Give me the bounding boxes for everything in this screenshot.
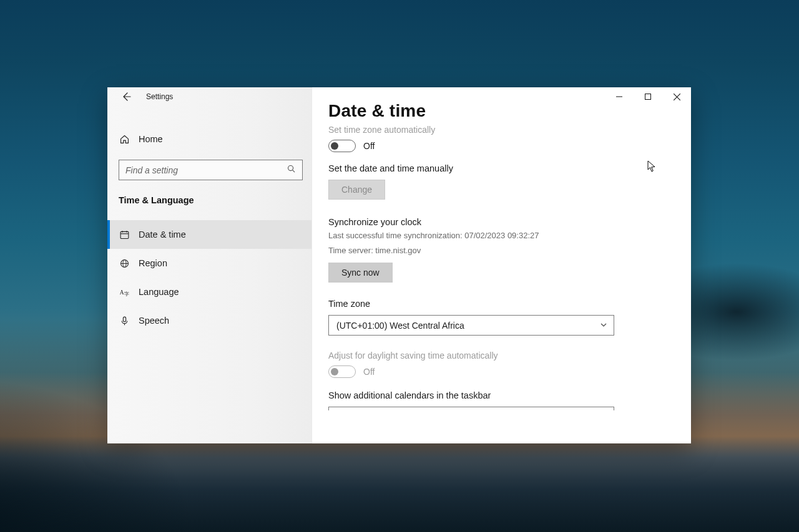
- arrow-left-icon: [121, 92, 131, 102]
- sidebar-item-language[interactable]: A字 Language: [107, 278, 311, 306]
- svg-rect-2: [120, 231, 129, 238]
- titlebar-left: Settings: [107, 87, 311, 106]
- auto-timezone-state: Off: [363, 141, 375, 151]
- language-icon: A字: [119, 286, 130, 297]
- sidebar-item-speech[interactable]: Speech: [107, 306, 311, 335]
- microphone-icon: [119, 315, 130, 326]
- sidebar-item-date-time[interactable]: Date & time: [107, 220, 311, 249]
- additional-calendars-label: Show additional calendars in the taskbar: [328, 390, 675, 400]
- back-button[interactable]: [119, 89, 134, 104]
- svg-rect-14: [645, 94, 651, 100]
- auto-timezone-toggle[interactable]: [328, 140, 356, 152]
- dst-toggle: [328, 365, 356, 378]
- svg-point-0: [288, 166, 293, 171]
- sync-heading: Synchronize your clock: [328, 217, 675, 227]
- change-button-label: Change: [341, 185, 372, 195]
- content-pane: Date & time Set time zone automatically …: [312, 87, 691, 443]
- home-label: Home: [139, 134, 163, 144]
- svg-text:A: A: [119, 289, 124, 295]
- dst-label: Adjust for daylight saving time automati…: [328, 351, 675, 360]
- home-nav[interactable]: Home: [107, 126, 311, 152]
- window-title: Settings: [146, 92, 173, 101]
- svg-text:字: 字: [124, 291, 129, 296]
- sync-now-label: Sync now: [341, 268, 380, 278]
- sidebar: Settings Home Time & Language Date &: [107, 87, 312, 443]
- home-icon: [119, 133, 130, 145]
- settings-window: Settings Home Time & Language Date &: [107, 87, 691, 443]
- sidebar-nav: Date & time Region A字 Language Speech: [107, 220, 311, 335]
- sidebar-item-label: Speech: [139, 316, 169, 326]
- sidebar-item-region[interactable]: Region: [107, 249, 311, 278]
- sidebar-item-label: Region: [139, 258, 167, 268]
- timezone-dropdown[interactable]: (UTC+01:00) West Central Africa: [328, 315, 614, 336]
- auto-timezone-label: Set time zone automatically: [328, 125, 675, 135]
- minimize-button[interactable]: [605, 87, 634, 106]
- sync-now-button[interactable]: Sync now: [328, 263, 393, 283]
- timezone-label: Time zone: [328, 299, 675, 309]
- dst-state: Off: [363, 367, 375, 377]
- globe-icon: [119, 258, 130, 269]
- search-container: [107, 152, 311, 184]
- svg-rect-11: [123, 317, 125, 322]
- search-box[interactable]: [119, 160, 303, 180]
- change-button[interactable]: Change: [328, 180, 385, 200]
- sidebar-category: Time & Language: [107, 184, 311, 211]
- timezone-value: (UTC+01:00) West Central Africa: [336, 321, 464, 331]
- sync-server: Time server: time.nist.gov: [328, 244, 675, 257]
- close-button[interactable]: [662, 87, 691, 106]
- additional-calendars-dropdown[interactable]: [328, 407, 614, 410]
- chevron-down-icon: [600, 321, 607, 331]
- maximize-button[interactable]: [634, 87, 662, 106]
- manual-datetime-label: Set the date and time manually: [328, 163, 675, 173]
- calendar-clock-icon: [119, 229, 130, 240]
- sidebar-item-label: Date & time: [139, 230, 186, 239]
- svg-line-1: [293, 170, 295, 173]
- sidebar-item-label: Language: [139, 287, 179, 297]
- sync-last-success: Last successful time synchronization: 07…: [328, 230, 675, 242]
- page-body: Date & time Set time zone automatically …: [312, 87, 691, 443]
- window-controls: [605, 87, 691, 106]
- search-input[interactable]: [125, 165, 287, 175]
- search-icon: [287, 164, 296, 176]
